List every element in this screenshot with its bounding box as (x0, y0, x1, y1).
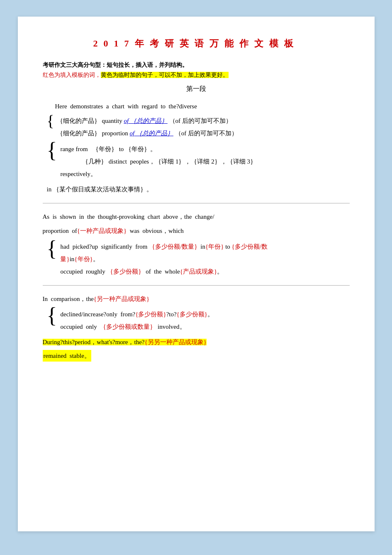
had-red-3: {多少份额/数 (232, 243, 268, 250)
divider-2 (43, 285, 350, 286)
had-lines: had picked?up significantly from ｛多少份额/数… (60, 240, 268, 278)
paragraph1: Here demonstrates a chart with regard to… (43, 101, 350, 196)
range-line-prefix: range from ｛年份｝ to ｛年份｝。 (60, 143, 256, 155)
comp-brace-char: { (47, 305, 57, 326)
blue-of-2: of ｛总的产品｝ (130, 130, 173, 137)
blue-of-1: of ｛总的产品｝ (124, 117, 167, 124)
intro-line2: 红色为填入模板的词，黄色为临时加的句子，可以不加，加上效果更好。 (43, 71, 350, 79)
brace-group-1: { ｛细化的产品｝ quantity of ｛总的产品｝ （of 后的可加可不加… (47, 115, 350, 139)
para2-line1: As is shown in the thought-provoking cha… (43, 211, 350, 223)
during-line: During?this?period，what's?more，the?{另另一种… (43, 336, 350, 348)
intro-red-text: 红色为填入模板的词， (43, 72, 101, 78)
paragraph3: In comparison，the{另一种产品或现象} { declined/i… (43, 293, 350, 362)
section-title: 第一段 (43, 85, 350, 93)
had-brace-group: { had picked?up significantly from ｛多少份额… (47, 240, 350, 278)
intro-block: 考研作文三大高分句型：短句拉长，插入语，并列结构。 红色为填入模板的词，黄色为临… (43, 61, 350, 93)
page-container: 2017年考研英语万能作文模板 考研作文三大高分句型：短句拉长，插入语，并列结构… (18, 17, 375, 531)
range-lines: range from ｛年份｝ to ｛年份｝。 ｛几种｝ distinct p… (60, 143, 256, 180)
comp-red-2: {多少份额} (177, 311, 207, 318)
in-line: in ｛某个假日或某次活动某次事情｝。 (47, 183, 350, 196)
big-brace-char: { (47, 139, 57, 161)
paragraph2: As is shown in the thought-provoking cha… (43, 211, 350, 278)
comp-line-2: occupied only ｛多少份额或数量｝ involved。 (60, 320, 214, 333)
para2-red-1: {一种产品或现象} (77, 227, 127, 234)
brace-line-2: ｛细化的产品｝ proportion of ｛总的产品｝ （of 后的可加可不加… (57, 127, 238, 139)
had-red-6: ｛多少份额｝ (107, 268, 144, 275)
during-yellow: During?this?period，what's?more，the?{另另一种… (43, 339, 207, 345)
range-line-3: respectively。 (60, 168, 256, 180)
comp-line-1: declined/increase?only from?{多少份额}?to?{多… (60, 308, 214, 320)
had-red-5: {年份} (74, 256, 93, 262)
comp-red-1: {多少份额} (135, 311, 166, 318)
brace-lines-1: ｛细化的产品｝ quantity of ｛总的产品｝ （of 后的可加可不加） … (57, 115, 238, 139)
comp-lines: declined/increase?only from?{多少份额}?to?{多… (60, 308, 214, 333)
remained-line: remained stable。 (43, 350, 91, 362)
para3-line1: In comparison，the{另一种产品或现象} (43, 293, 350, 305)
had-red-1: ｛多少份额/数量｝ (149, 243, 200, 250)
divider-1 (43, 203, 350, 203)
range-brace: { range from ｛年份｝ to ｛年份｝。 ｛几种｝ distinct… (47, 143, 350, 180)
comp-brace-group: { declined/increase?only from?{多少份额}?to?… (47, 308, 350, 333)
brace-char-1: { (47, 113, 54, 129)
para3-red-1: {另一种产品或现象} (94, 296, 149, 302)
brace-line-1: ｛细化的产品｝ quantity of ｛总的产品｝ （of 后的可加可不加） (57, 115, 238, 127)
intro-yellow-text: 黄色为临时加的句子，可以不加，加上效果更好。 (101, 72, 229, 78)
main-title: 2017年考研英语万能作文模板 (43, 37, 350, 50)
para1-opening: Here demonstrates a chart with regard to… (43, 101, 350, 112)
remained-line-wrapper: remained stable。 (43, 350, 350, 362)
para2-line2: proportion of{一种产品或现象} was obvious，which (43, 225, 350, 237)
had-line-1: had picked?up significantly from ｛多少份额/数… (60, 240, 268, 253)
had-brace-char: { (47, 238, 57, 259)
range-line-2: ｛几种｝ distinct peoples，｛详细 1｝，｛详细 2｝，｛详细 … (60, 155, 256, 168)
had-red-7: {产品或现象} (180, 268, 217, 275)
had-occupied-line: occupied roughly ｛多少份额｝ of the whole{产品或… (60, 265, 268, 278)
range-block: { range from ｛年份｝ to ｛年份｝。 ｛几种｝ distinct… (47, 143, 350, 180)
had-red-2: {年份} (205, 243, 224, 250)
comp-red-3: ｛多少份额或数量｝ (100, 323, 156, 330)
intro-line1: 考研作文三大高分句型：短句拉长，插入语，并列结构。 (43, 61, 350, 69)
had-line-2: 量}in{年份}。 (60, 253, 268, 265)
during-red: {另另一种产品或现象} (144, 339, 206, 345)
had-red-4: 量} (60, 256, 69, 262)
